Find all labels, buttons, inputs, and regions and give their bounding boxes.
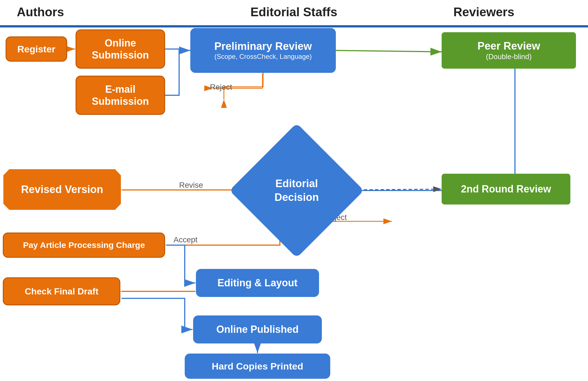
check-final-draft-box: Check Final Draft — [3, 277, 120, 305]
diagram-container: Authors Editorial Staffs Reviewers — [0, 0, 588, 381]
reviewers-header: Reviewers — [453, 5, 514, 19]
preliminary-review-box: Preliminary Review (Scope, CrossCheck, L… — [190, 28, 336, 73]
register-box: Register — [6, 36, 67, 62]
editing-layout-box: Editing & Layout — [196, 269, 319, 297]
separator-line — [0, 25, 588, 27]
accept-label: Accept — [174, 235, 198, 244]
second-round-review-box: 2nd Round Review — [442, 174, 570, 205]
online-submission-box: Online Submission — [76, 29, 165, 69]
revise-label: Revise — [179, 181, 203, 190]
svg-line-8 — [336, 50, 442, 52]
reject-label-prelim: Reject — [210, 83, 232, 92]
pay-apc-box: Pay Article Processing Charge — [3, 233, 165, 258]
peer-review-box: Peer Review (Double-blind) — [442, 32, 576, 69]
online-published-box: Online Published — [193, 315, 322, 343]
revised-version-box: Revised Version — [3, 169, 121, 210]
editorial-decision-diamond — [229, 123, 364, 258]
authors-header: Authors — [17, 5, 64, 19]
editorial-header: Editorial Staffs — [224, 5, 364, 19]
email-submission-box: E-mail Submission — [76, 76, 165, 115]
editorial-decision-container: EditorialDecision — [249, 143, 344, 238]
hard-copies-printed-box: Hard Copies Printed — [185, 354, 330, 379]
